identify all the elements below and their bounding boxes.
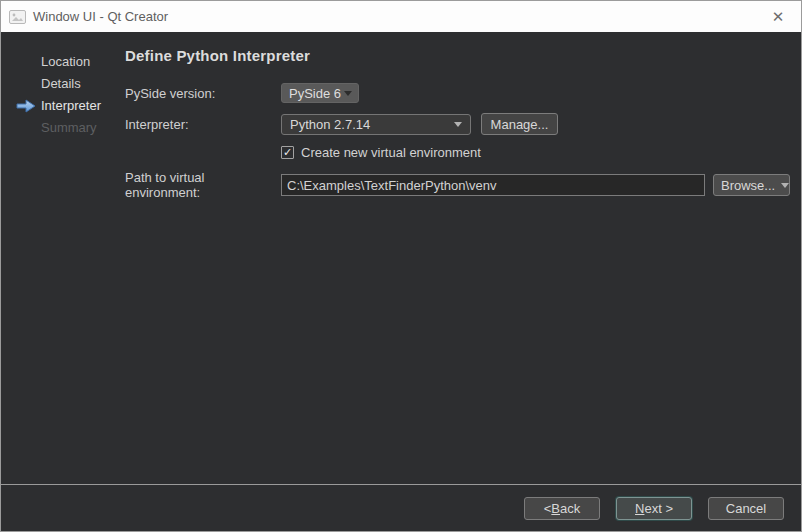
- page-title: Define Python Interpreter: [125, 47, 801, 64]
- check-icon: ✓: [283, 147, 292, 158]
- dialog-body: Location Details Interpreter: [1, 32, 801, 484]
- window-icon: [9, 10, 26, 24]
- sidebar-item-details: Details: [1, 73, 125, 95]
- venv-path-input[interactable]: [281, 174, 705, 196]
- interpreter-row: Interpreter: Python 2.7.14 Manage...: [125, 113, 801, 135]
- pyside-version-row: PySide version: PySide 6: [125, 83, 801, 103]
- back-label-key: B: [551, 501, 560, 516]
- footer-button-bar: < Back Next > Cancel: [1, 484, 801, 531]
- interpreter-select[interactable]: Python 2.7.14: [281, 114, 471, 135]
- manage-button[interactable]: Manage...: [481, 113, 558, 135]
- window-title: Window UI - Qt Creator: [33, 9, 168, 24]
- pyside-version-label: PySide version:: [125, 86, 281, 101]
- back-label-pre: <: [544, 501, 552, 516]
- chevron-down-icon: [781, 183, 789, 188]
- interpreter-label: Interpreter:: [125, 117, 281, 132]
- back-button[interactable]: < Back: [524, 497, 600, 520]
- chevron-down-icon: [344, 91, 352, 96]
- pyside-version-value: PySide 6: [289, 86, 341, 101]
- sidebar-item-location: Location: [1, 51, 125, 73]
- browse-button-label: Browse...: [721, 178, 775, 193]
- browse-button[interactable]: Browse...: [713, 174, 790, 196]
- sidebar-item-summary: Summary: [1, 117, 125, 139]
- step-label: Details: [41, 76, 81, 91]
- venv-checkbox[interactable]: ✓: [281, 146, 294, 159]
- wizard-page: Define Python Interpreter PySide version…: [125, 32, 801, 484]
- titlebar: Window UI - Qt Creator ✕: [1, 1, 801, 32]
- next-label-key: N: [635, 501, 644, 516]
- close-icon[interactable]: ✕: [767, 6, 789, 28]
- sidebar-item-interpreter: Interpreter: [1, 95, 125, 117]
- next-button[interactable]: Next >: [616, 497, 692, 520]
- step-label: Location: [41, 54, 90, 69]
- wizard-dialog: Window UI - Qt Creator ✕ Location Detail…: [0, 0, 802, 532]
- venv-path-label: Path to virtual environment:: [125, 170, 281, 200]
- wizard-form: PySide version: PySide 6 Interpreter: Py…: [125, 83, 801, 200]
- cancel-button[interactable]: Cancel: [708, 497, 784, 520]
- venv-checkbox-label[interactable]: Create new virtual environment: [301, 145, 481, 160]
- pyside-version-select[interactable]: PySide 6: [281, 83, 359, 103]
- chevron-down-icon: [454, 122, 462, 127]
- current-step-arrow-icon: [16, 99, 36, 113]
- wizard-sidebar: Location Details Interpreter: [1, 32, 125, 484]
- back-label-post: ack: [560, 501, 580, 516]
- venv-checkbox-row: ✓ Create new virtual environment: [281, 145, 801, 160]
- venv-path-row: Path to virtual environment: Browse...: [125, 170, 801, 200]
- step-label: Interpreter: [41, 98, 101, 113]
- next-label-post: ext >: [644, 501, 673, 516]
- interpreter-value: Python 2.7.14: [290, 117, 370, 132]
- step-label: Summary: [41, 120, 97, 135]
